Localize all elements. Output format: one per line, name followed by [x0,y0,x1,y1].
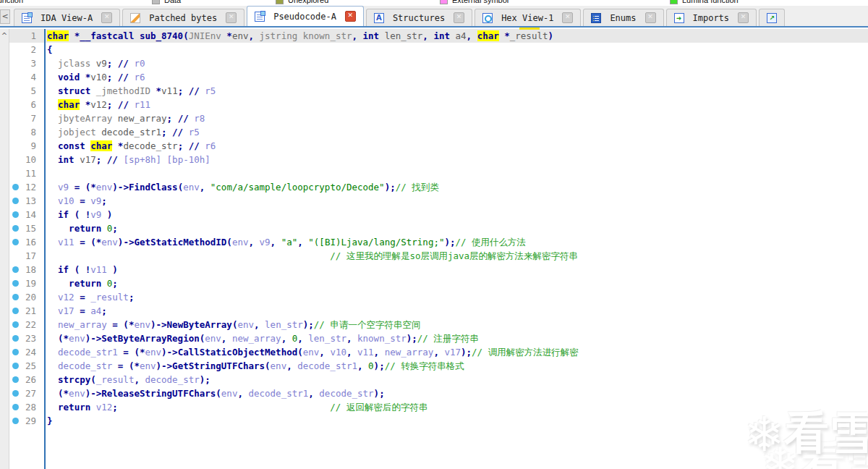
line-number: 29 [9,414,41,428]
code-text: strcpy(_result, decode_str); [41,373,210,386]
code-line-8: 8 jobject decode_str1; // r5 [9,125,868,139]
pseudocode-pane[interactable]: 1char *__fastcall sub_8740(JNIEnv *env, … [9,29,868,469]
address-dot-icon [12,308,19,314]
hex-tab-icon [482,13,493,23]
code-text: return 0; [41,221,118,235]
code-line-17: 17 // 这里我的理解是so层调用java层的解密方法来解密字符串 [9,249,868,263]
tab-label: IDA View-A [38,13,95,23]
tab-exports[interactable]: ↗ [759,9,785,26]
code-text: return v12; // 返回解密后的字符串 [41,400,427,414]
tab-imports[interactable]: ➜Imports✕ [666,9,757,26]
code-text: } [41,414,53,428]
tab-close-icon[interactable]: ✕ [454,12,464,23]
line-number: 13 [9,194,41,208]
legend-swatch [276,0,284,4]
line-number: 2 [9,43,41,56]
code-text: v9 = (*env)->FindClass(env, "com/a/sampl… [41,180,439,194]
address-dot-icon [12,404,19,410]
code-text: struct _jmethodID *v11; // r5 [41,84,216,98]
code-text: jobject decode_str1; // r5 [41,125,200,139]
code-line-7: 7 jbyteArray new_array; // r8 [9,111,868,125]
line-number: 22 [9,318,41,331]
tab-hex-view-1[interactable]: Hex View-1✕ [475,9,581,26]
code-line-13: 13 v10 = v9; [9,194,868,208]
address-dot-icon [12,418,19,424]
code-line-2: 2{ [9,43,868,56]
line-number: 11 [9,166,41,180]
scroll-up-arrow[interactable]: ^ [0,32,9,40]
tab-ida-view-a[interactable]: IDA View-A✕ [14,9,120,26]
address-dot-icon [12,280,19,287]
code-line-10: 10 int v17; // [sp+8h] [bp-10h] [9,153,868,166]
code-line-28: 28 return v12; // 返回解密后的字符串 [9,400,868,414]
code-text: new_array = (*env)->NewByteArray(env, le… [41,318,420,331]
code-line-18: 18 if ( !v11 ) [9,263,868,276]
line-number: 21 [9,304,41,318]
tab-pseudocode-a[interactable]: Pseudocode-A✕ [247,6,364,26]
line-number: 12 [9,180,41,194]
line-number: 9 [9,139,41,153]
line-number: 5 [9,84,41,98]
line-number: 19 [9,276,41,290]
line-number: 8 [9,125,41,139]
line-number: 7 [9,111,41,125]
code-line-9: 9 const char *decode_str; // r6 [9,139,868,153]
code-line-11: 11 [9,166,868,180]
tab-label: Structures [390,13,448,23]
address-dot-icon [12,211,19,218]
address-dot-icon [12,225,19,232]
tab-close-icon[interactable]: ✕ [645,12,656,23]
code-text: decode_str = (*env)->GetStringUTFChars(e… [41,359,464,373]
code-text: int v17; // [sp+8h] [bp-10h] [41,153,210,166]
line-number: 26 [9,373,41,386]
tab-label: Hex View-1 [498,13,556,23]
legend-swatch [152,0,160,4]
code-text: // 这里我的理解是so层调用java层的解密方法来解密字符串 [41,249,578,263]
code-line-5: 5 struct _jmethodID *v11; // r5 [9,84,868,98]
tab-label: Enums [607,13,639,23]
address-dot-icon [12,335,19,342]
tab-enums[interactable]: Enums✕ [583,9,663,26]
tab-close-icon[interactable]: ✕ [738,12,749,23]
line-number: 20 [9,290,41,304]
address-dot-icon [12,376,19,383]
code-line-23: 23 (*env)->SetByteArrayRegion(env, new_a… [9,331,868,345]
code-line-22: 22 new_array = (*env)->NewByteArray(env,… [9,318,868,331]
code-text: { [41,43,53,56]
code-line-12: 12 v9 = (*env)->FindClass(env, "com/a/sa… [9,180,868,194]
line-number: 1 [9,29,41,43]
tab-label: Pseudocode-A [271,12,339,22]
tab-close-icon[interactable]: ✕ [562,12,573,23]
code-text: v10 = v9; [41,194,107,208]
address-dot-icon [12,266,19,273]
legend-swatch [440,0,448,4]
line-number: 14 [9,208,41,221]
imp-tab-icon: ➜ [674,13,684,23]
code-text: return 0; [41,276,118,290]
watermark-text: 看雪 [784,406,868,459]
code-text: const char *decode_str; // r6 [41,139,216,153]
tab-patched-bytes[interactable]: Patched bytes✕ [122,9,244,26]
address-dot-icon [12,390,19,397]
code-line-27: 27 (*env)->ReleaseStringUTFChars(env, de… [9,386,868,400]
highlight-dash [519,28,540,30]
left-scroll-strip[interactable]: ^ [0,29,9,469]
tab-close-icon[interactable]: ✕ [345,11,356,22]
tab-structures[interactable]: AStructures✕ [366,9,472,26]
A-tab-icon: A [374,13,384,23]
code-line-25: 25 decode_str = (*env)->GetStringUTFChar… [9,359,868,373]
code-text: (*env)->ReleaseStringUTFChars(env, decod… [41,386,385,400]
code-line-26: 26 strcpy(_result, decode_str); [9,373,868,386]
code-text: void *v10; // r6 [41,70,145,84]
pencil-tab-icon [130,13,140,23]
kanxue-watermark: ❄看雪 [744,402,868,463]
tab-scroll-left-button[interactable]: < [0,9,10,24]
code-text: v11 = (*env)->GetStaticMethodID(env, v9,… [41,235,526,249]
tab-close-icon[interactable]: ✕ [226,12,237,23]
code-text: if ( !v11 ) [41,263,118,276]
tab-close-icon[interactable]: ✕ [101,12,112,23]
line-number: 15 [9,221,41,235]
doc-tab-icon [22,13,32,23]
code-line-29: 29} [9,414,868,428]
code-text: if ( !v9 ) [41,208,112,221]
